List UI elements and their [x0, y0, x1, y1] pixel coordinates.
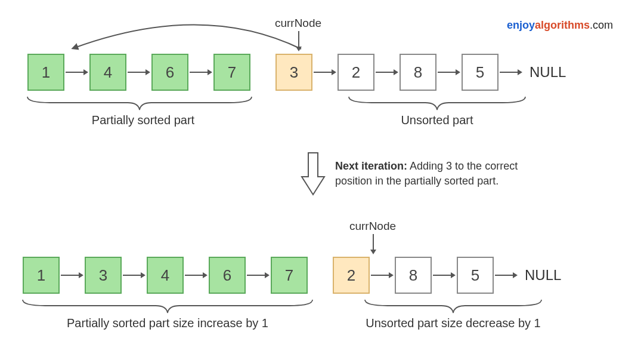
- link-arrow-icon: [67, 72, 87, 73]
- list-node-current: 3: [275, 54, 312, 91]
- link-arrow-icon: [315, 72, 335, 73]
- sorted-part-label: Partially sorted part: [30, 113, 256, 127]
- list-node: 1: [27, 54, 64, 91]
- link-arrow-icon: [191, 72, 211, 73]
- unsorted-part-label: Unsorted part: [348, 113, 527, 127]
- linked-list-row-1: 1 4 6 7 3 2 8 5 NULL: [27, 54, 566, 91]
- brace-icon: [364, 299, 543, 316]
- link-arrow-icon: [372, 275, 392, 276]
- list-node: 8: [395, 257, 432, 294]
- link-arrow-icon: [377, 72, 397, 73]
- curr-node-label: currNode: [268, 17, 328, 30]
- link-arrow-icon: [496, 275, 516, 276]
- list-node: 4: [89, 54, 126, 91]
- transition-arrow-icon: [301, 152, 326, 197]
- list-node: 4: [147, 257, 184, 294]
- list-node: 6: [151, 54, 188, 91]
- iteration-description-bold: Next iteration:: [335, 160, 407, 172]
- list-node: 5: [457, 257, 494, 294]
- link-arrow-icon: [129, 72, 149, 73]
- list-node: 1: [23, 257, 60, 294]
- link-arrow-icon: [501, 72, 521, 73]
- linked-list-row-2: 1 3 4 6 7 2 8 5 NULL: [23, 257, 561, 294]
- link-arrow-icon: [186, 275, 206, 276]
- brace-icon: [26, 96, 253, 113]
- list-node: 2: [338, 54, 374, 91]
- list-node: 8: [400, 54, 436, 91]
- link-arrow-icon: [62, 275, 82, 276]
- list-node: 5: [462, 54, 499, 91]
- list-node-current: 2: [333, 257, 370, 294]
- list-node: 7: [213, 54, 250, 91]
- logo-part-3: .com: [590, 19, 613, 31]
- sorted-part-label: Partially sorted part size increase by 1: [21, 316, 314, 330]
- null-terminator: NULL: [525, 267, 561, 284]
- link-arrow-icon: [124, 275, 144, 276]
- down-arrow-icon: [369, 234, 377, 256]
- logo-part-2: algorithms: [535, 19, 590, 31]
- link-arrow-icon: [248, 275, 268, 276]
- brace-icon: [348, 96, 527, 113]
- link-arrow-icon: [439, 72, 459, 73]
- unsorted-part-label: Unsorted part size decrease by 1: [364, 316, 543, 330]
- list-node: 7: [271, 257, 308, 294]
- iteration-description: Next iteration: Adding 3 to the correct …: [335, 159, 550, 189]
- brace-icon: [21, 299, 314, 316]
- list-node: 6: [209, 257, 246, 294]
- link-arrow-icon: [434, 275, 454, 276]
- curr-node-label: currNode: [343, 220, 402, 233]
- null-terminator: NULL: [530, 64, 566, 81]
- down-arrow-icon: [295, 31, 303, 53]
- logo-part-1: enjoy: [507, 19, 535, 31]
- site-logo: enjoyalgorithms.com: [507, 19, 613, 32]
- list-node: 3: [85, 257, 122, 294]
